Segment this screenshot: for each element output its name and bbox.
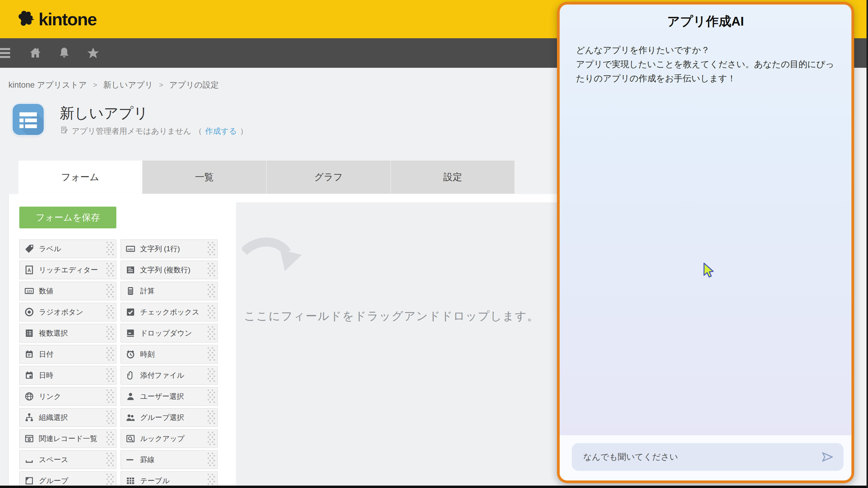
field-item-text-single[interactable]: ABC文字列 (1行) xyxy=(121,239,218,258)
drag-handle-icon[interactable] xyxy=(106,263,114,277)
field-item-date[interactable]: 日付 xyxy=(19,345,116,364)
drag-handle-icon[interactable] xyxy=(208,474,216,486)
field-item-org-select[interactable]: 組織選択 xyxy=(19,408,116,427)
datetime-icon xyxy=(24,370,35,381)
breadcrumb: kintone アプリストア>新しいアプリ>アプリの設定 xyxy=(8,79,219,90)
field-item-space[interactable]: スペース xyxy=(19,450,116,469)
ai-input-field[interactable] xyxy=(583,452,816,462)
ai-input-strip xyxy=(560,435,851,481)
form-drop-zone[interactable]: ここにフィールドをドラッグアンドドロップします。 xyxy=(236,202,559,486)
breadcrumb-separator: > xyxy=(159,81,163,89)
drag-handle-icon[interactable] xyxy=(106,284,114,298)
field-item-label: 数値 xyxy=(39,286,53,296)
drag-handle-icon[interactable] xyxy=(208,368,216,382)
field-item-label: 複数選択 xyxy=(39,328,68,338)
notifications-icon[interactable] xyxy=(57,45,72,61)
drag-handle-icon[interactable] xyxy=(208,242,216,256)
field-item-radio[interactable]: ラジオボタン xyxy=(19,303,116,321)
drag-handle-icon[interactable] xyxy=(106,347,114,361)
field-item-text-multi[interactable]: 文字列 (複数行) xyxy=(121,261,218,279)
favorites-icon[interactable] xyxy=(86,45,101,61)
drag-handle-icon[interactable] xyxy=(106,474,114,486)
drop-hint-arrow-icon xyxy=(242,237,305,296)
drop-hint-text: ここにフィールドをドラッグアンドドロップします。 xyxy=(236,308,547,324)
lookup-icon xyxy=(125,433,136,444)
field-item-checkbox[interactable]: チェックボックス xyxy=(121,303,218,321)
breadcrumb-item[interactable]: アプリの設定 xyxy=(169,79,219,90)
field-item-label: スペース xyxy=(39,455,68,464)
field-item-label: 関連レコード一覧 xyxy=(39,434,97,444)
home-icon[interactable] xyxy=(28,45,43,61)
form-editor-panel: ここにフィールドをドラッグアンドドロップします。 フォームを保存 ラベルABC文… xyxy=(9,194,559,486)
field-item-group[interactable]: グループ xyxy=(19,471,116,486)
field-item-attachment[interactable]: 添付ファイル xyxy=(121,366,218,385)
memo-create-link[interactable]: 作成する xyxy=(205,126,237,136)
field-palette: ラベルABC文字列 (1行)Aリッチエディター文字列 (複数行)123数値計算ラ… xyxy=(19,239,218,486)
field-item-label: ラベル xyxy=(39,244,61,254)
checkbox-icon xyxy=(125,307,136,318)
drag-handle-icon[interactable] xyxy=(106,305,114,319)
field-item-dropdown[interactable]: ドロップダウン xyxy=(121,324,218,343)
field-item-label: リッチエディター xyxy=(39,265,98,275)
drag-handle-icon[interactable] xyxy=(106,453,114,466)
field-item-group-select[interactable]: グループ選択 xyxy=(121,408,218,427)
field-item-user-select[interactable]: ユーザー選択 xyxy=(121,387,218,406)
drag-handle-icon[interactable] xyxy=(208,326,216,340)
text-multi-icon xyxy=(125,264,136,275)
field-item-datetime[interactable]: 日時 xyxy=(19,366,116,385)
window-bottom-edge xyxy=(0,486,868,488)
drag-handle-icon[interactable] xyxy=(106,390,114,403)
drag-handle-icon[interactable] xyxy=(106,432,114,446)
field-item-label: 時刻 xyxy=(140,350,155,359)
memo-paren-open: （ xyxy=(194,126,202,136)
field-item-label: ドロップダウン xyxy=(140,328,192,338)
field-item-number[interactable]: 123数値 xyxy=(19,282,116,300)
tab-フォーム[interactable]: フォーム xyxy=(19,161,142,194)
window-right-edge xyxy=(867,0,868,488)
drag-handle-icon[interactable] xyxy=(106,411,114,424)
field-item-label: グループ選択 xyxy=(140,413,184,422)
drag-handle-icon[interactable] xyxy=(106,368,114,382)
menu-icon[interactable] xyxy=(0,45,13,61)
field-item-link[interactable]: リンク xyxy=(19,387,116,406)
tab-グラフ[interactable]: グラフ xyxy=(266,161,390,194)
ai-input-box[interactable] xyxy=(572,443,844,471)
save-form-button[interactable]: フォームを保存 xyxy=(19,207,116,228)
drag-handle-icon[interactable] xyxy=(208,453,216,466)
field-item-calc[interactable]: 計算 xyxy=(121,282,218,300)
kintone-logo[interactable]: kintone xyxy=(17,0,96,38)
drag-handle-icon[interactable] xyxy=(208,347,216,361)
app-creation-ai-panel: アプリ作成AI どんなアプリを作りたいですか？アプリで実現したいことを教えてくだ… xyxy=(557,2,854,483)
field-item-label: テーブル xyxy=(140,476,170,486)
drag-handle-icon[interactable] xyxy=(208,305,216,319)
tab-設定[interactable]: 設定 xyxy=(390,161,515,194)
field-item-time[interactable]: 時刻 xyxy=(121,345,218,364)
drag-handle-icon[interactable] xyxy=(208,432,216,446)
hr-icon xyxy=(125,454,136,465)
drag-handle-icon[interactable] xyxy=(106,242,114,256)
field-item-label: リンク xyxy=(39,392,61,401)
page-title: 新しいアプリ xyxy=(60,104,148,123)
field-item-multi-select[interactable]: 複数選択 xyxy=(19,324,116,343)
drag-handle-icon[interactable] xyxy=(208,284,216,298)
number-icon: 123 xyxy=(24,286,35,296)
drag-handle-icon[interactable] xyxy=(208,411,216,424)
field-item-label: 組織選択 xyxy=(39,413,68,422)
breadcrumb-item[interactable]: kintone アプリストア xyxy=(8,79,87,90)
field-item-hr[interactable]: 罫線 xyxy=(121,450,218,469)
breadcrumb-item[interactable]: 新しいアプリ xyxy=(103,79,153,90)
drag-handle-icon[interactable] xyxy=(106,326,114,340)
drag-handle-icon[interactable] xyxy=(208,390,216,403)
send-icon[interactable] xyxy=(819,449,835,465)
field-item-related-records[interactable]: 関連レコード一覧 xyxy=(19,429,116,448)
group-icon xyxy=(24,475,35,486)
memo-paren-close: ） xyxy=(240,126,248,136)
field-item-lookup[interactable]: ルックアップ xyxy=(121,429,218,448)
field-item-label: 添付ファイル xyxy=(140,370,184,380)
field-item-tag[interactable]: ラベル xyxy=(19,239,116,258)
field-item-table[interactable]: テーブル xyxy=(121,471,218,486)
tab-一覧[interactable]: 一覧 xyxy=(142,161,266,194)
drag-handle-icon[interactable] xyxy=(208,263,216,277)
field-item-rich-editor[interactable]: Aリッチエディター xyxy=(19,261,116,279)
dropdown-icon xyxy=(125,328,136,338)
